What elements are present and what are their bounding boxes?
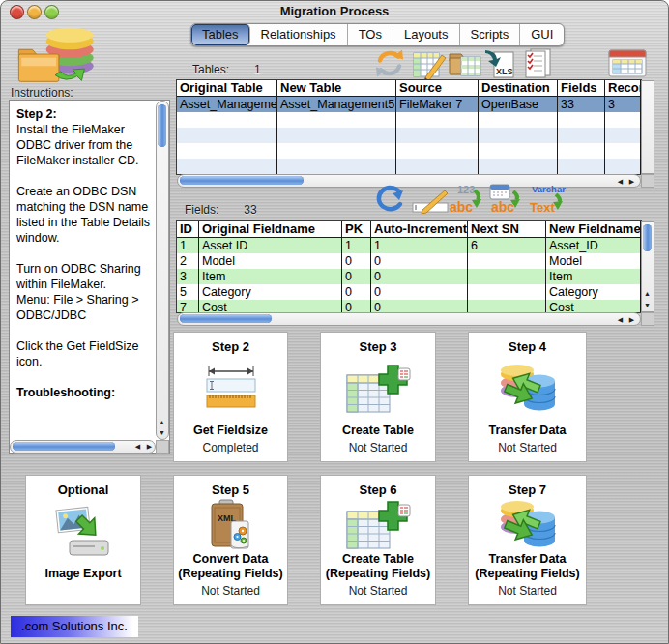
table-cell: 1 — [177, 238, 199, 253]
table-row[interactable]: 1Asset ID116Asset_ID — [177, 238, 641, 253]
scrollbar-corner — [641, 174, 654, 188]
table-row[interactable]: Asset_Management5Asset_Management5FileMa… — [177, 97, 641, 112]
table-cell — [396, 128, 479, 143]
step-card-step-7[interactable]: Step 7 Transfer Data (Repeating Fields)N… — [468, 475, 587, 605]
date-to-abc-icon[interactable]: abc — [487, 183, 526, 218]
scroll-down-arrow[interactable]: ▼ — [642, 300, 653, 310]
tables-vertical-scrollbar[interactable] — [641, 80, 654, 174]
tab-gui[interactable]: GUI — [520, 24, 564, 45]
scroll-left-arrow[interactable]: ◀ — [132, 441, 143, 452]
table-cell — [558, 112, 605, 128]
varchar-to-text-icon[interactable]: Varchar Text — [526, 183, 578, 218]
card-title: Step 4 — [509, 339, 546, 354]
scrollbar-thumb[interactable] — [158, 104, 166, 147]
export-xls-icon[interactable]: XLS — [483, 48, 517, 84]
tab-layouts[interactable]: Layouts — [393, 24, 460, 45]
tab-scripts[interactable]: Scripts — [460, 24, 521, 45]
scrollbar-thumb[interactable] — [643, 224, 652, 251]
edit-table-icon[interactable] — [413, 48, 448, 84]
tab-tos[interactable]: TOs — [348, 24, 393, 45]
column-header[interactable]: New Table — [277, 80, 396, 97]
column-header[interactable]: Fields — [558, 80, 605, 97]
refresh-icon[interactable] — [372, 47, 407, 83]
table-row[interactable]: 3Item00Item — [177, 269, 641, 284]
column-header[interactable]: Source — [396, 80, 479, 97]
table-cell: Model — [546, 253, 641, 269]
checklist-icon[interactable] — [521, 47, 555, 84]
table-cell: 0 — [371, 269, 468, 284]
card-name: Create Table — [340, 424, 416, 438]
column-header[interactable]: Original Fieldname — [199, 221, 342, 238]
table-row[interactable]: 5Category00Category — [177, 284, 641, 300]
table-cell: 33 — [558, 97, 605, 112]
tab-tables[interactable]: Tables — [191, 24, 250, 45]
card-name: Image Export — [43, 567, 123, 581]
scroll-up-arrow[interactable]: ▲ — [157, 417, 167, 427]
table-cell: OpenBase — [479, 97, 558, 112]
number-to-abc-icon[interactable]: 123 abc — [448, 183, 486, 218]
step-card-step-3[interactable]: Step 3 Create TableNot Started — [320, 332, 436, 462]
table-cell: 0 — [342, 253, 371, 269]
instruction-paragraph: Install the FileMaker ODBC driver from t… — [16, 122, 152, 168]
fields-count: 33 — [244, 203, 256, 217]
scroll-up-arrow[interactable]: ▲ — [642, 288, 653, 299]
table-cell: 0 — [342, 269, 371, 284]
scrollbar-thumb[interactable] — [180, 176, 304, 185]
tab-bar: TablesRelationshipsTOsLayoutsScriptsGUI — [190, 23, 565, 46]
card-status: Not Started — [349, 584, 408, 598]
table-body: Asset_Management5Asset_Management5FileMa… — [177, 97, 641, 174]
table-row[interactable] — [177, 143, 641, 159]
card-status: Not Started — [349, 441, 408, 454]
instruction-paragraph: Step 2: — [16, 106, 152, 122]
table-cell — [177, 112, 277, 128]
edit-field-icon[interactable] — [411, 189, 451, 218]
app-window: Migration Process TablesRelationshipsTOs… — [0, 0, 669, 644]
column-header[interactable]: New Fieldname — [546, 221, 641, 238]
card-title: Step 7 — [509, 483, 546, 497]
column-header[interactable]: ID — [177, 221, 199, 238]
column-header[interactable]: Original Table — [177, 80, 277, 97]
table-cell: 3 — [605, 97, 641, 112]
table-window-icon[interactable] — [608, 49, 647, 82]
fields-table: IDOriginal FieldnamePKAuto-IncrementNext… — [177, 221, 641, 312]
scroll-right-arrow[interactable]: ▶ — [626, 176, 637, 187]
step-card-step-5[interactable]: Step 5 XML Convert Data (Repeating Field… — [173, 475, 288, 605]
column-header[interactable]: Next SN — [468, 221, 546, 238]
scroll-down-arrow[interactable]: ▼ — [157, 427, 167, 438]
scrollbar-thumb[interactable] — [13, 442, 115, 451]
card-title: Step 6 — [359, 483, 396, 497]
column-header[interactable]: PK — [342, 221, 371, 238]
table-cell — [468, 300, 546, 312]
table-cell: Asset_Management5 — [277, 97, 396, 112]
column-header[interactable]: Records — [605, 80, 641, 97]
window-title: Migration Process — [1, 4, 668, 18]
scroll-right-arrow[interactable]: ▶ — [626, 314, 637, 325]
column-header[interactable]: Destination — [479, 80, 558, 97]
instructions-horizontal-scrollbar[interactable]: ◀ ▶ — [10, 440, 156, 454]
scrollbar-thumb[interactable] — [180, 314, 272, 323]
scroll-left-arrow[interactable]: ◀ — [615, 176, 625, 187]
table-row[interactable]: 7Cost00Cost — [177, 300, 641, 312]
step-card-optional[interactable]: Optional Image Export — [25, 475, 141, 605]
instructions-vertical-scrollbar[interactable]: ▲ ▼ — [156, 101, 169, 440]
table-row[interactable] — [177, 128, 641, 143]
table-row[interactable]: 2Model00Model — [177, 253, 641, 269]
card-status: Not Started — [498, 441, 557, 454]
column-header[interactable]: Auto-Increment — [371, 221, 468, 238]
step-card-step-6[interactable]: Step 6 Create Table (Repeating Fields)No… — [320, 475, 436, 605]
svg-text:Text: Text — [530, 200, 555, 214]
table-header-row: IDOriginal FieldnamePKAuto-IncrementNext… — [177, 221, 641, 238]
fields-horizontal-scrollbar[interactable]: ◀ ▶ — [177, 312, 641, 326]
refresh-icon[interactable] — [373, 183, 406, 218]
table-row[interactable] — [177, 159, 641, 174]
card-name: Convert Data (Repeating Fields) — [174, 552, 287, 581]
step-card-step-2[interactable]: Step 2 Get FieldsizeCompleted — [173, 332, 288, 462]
table-row[interactable] — [177, 112, 641, 128]
table-cell — [277, 112, 396, 128]
scroll-left-arrow[interactable]: ◀ — [615, 314, 625, 325]
folder-table-icon[interactable] — [448, 47, 482, 84]
step-card-step-4[interactable]: Step 4 Transfer DataNot Started — [468, 332, 587, 462]
fields-vertical-scrollbar[interactable]: ▲ ▼ — [641, 221, 654, 312]
scroll-right-arrow[interactable]: ▶ — [144, 441, 155, 452]
tab-relationships[interactable]: Relationships — [250, 24, 348, 45]
